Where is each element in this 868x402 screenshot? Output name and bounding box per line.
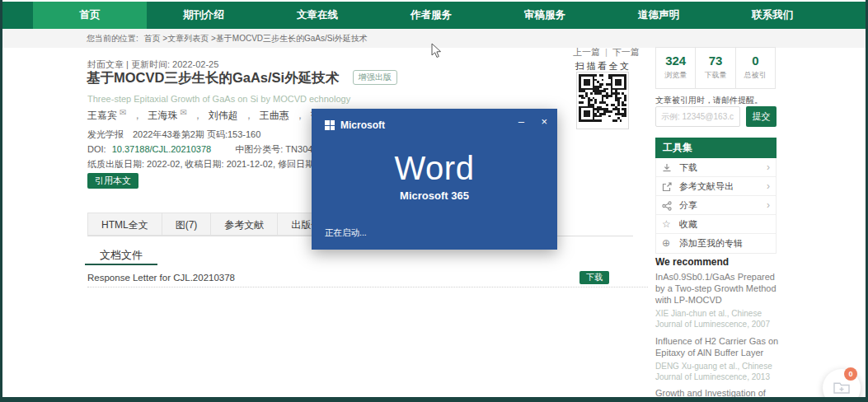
recommended-article-title[interactable]: InAs0.9Sb0.1/GaAs Prepared by a Two-step…	[655, 271, 782, 306]
citation-alert-submit-button[interactable]: 提交	[746, 106, 777, 127]
toolbox-item-reference-export[interactable]: 参考文献导出 ›	[656, 177, 776, 196]
toolbox-item-label: 参考文献导出	[679, 181, 734, 191]
qr-code-image	[579, 74, 626, 122]
author-name[interactable]: 王嘉宾	[87, 110, 117, 121]
email-icon[interactable]: ✉	[180, 108, 186, 117]
stat-views-label: 浏览量	[656, 70, 695, 81]
word-app-name: Word	[312, 150, 557, 187]
nav-item-articles-online[interactable]: 文章在线	[260, 2, 374, 29]
journal-issue-line: 发光学报 2022年43卷第2期 页码:153-160	[87, 129, 260, 141]
author-separator: ，	[193, 110, 203, 121]
close-icon[interactable]: ×	[541, 115, 547, 128]
toolbox-title: 工具集	[655, 138, 777, 158]
author-name[interactable]: 刘伟超	[209, 110, 238, 121]
documents-heading: 文档文件	[100, 248, 143, 263]
word-window-controls: – ×	[505, 114, 547, 129]
toolbox-panel: 工具集 下载 › 参考文献导出 ›	[655, 138, 777, 254]
chevron-right-icon: ›	[767, 158, 770, 177]
toolbox-item-label: 分享	[679, 200, 697, 210]
stat-citations-value: 0	[736, 54, 775, 68]
add-folder-icon	[833, 381, 850, 395]
author-name[interactable]: 王曲惠	[260, 110, 289, 121]
microsoft-brand-text: Microsoft	[340, 119, 385, 131]
browser-frame: 首页 期刊介绍 文章在线 作者服务 审稿服务 道德声明 联系我们 您当前的位置:…	[0, 0, 868, 402]
nav-item-journal-intro[interactable]: 期刊介绍	[147, 2, 260, 29]
pager-separator: |	[605, 47, 608, 57]
toolbox-item-download[interactable]: 下载 ›	[656, 158, 776, 177]
minimize-icon[interactable]: –	[518, 115, 524, 128]
nav-item-ethics-statement[interactable]: 道德声明	[602, 2, 716, 29]
microsoft-365-label: Microsoft 365	[312, 189, 557, 202]
document-download-button[interactable]: 下载	[579, 271, 609, 284]
breadcrumb: 您当前的位置: 首页 >文章列表页 >基于MOCVD三步生长的GaAs/Si外延…	[2, 29, 866, 48]
breadcrumb-label: 您当前的位置:	[87, 34, 138, 43]
toolbox-item-add-to-album[interactable]: ⊕ 添加至我的专辑	[656, 234, 776, 253]
author-separator: ，	[244, 110, 254, 121]
toolbox-item-share[interactable]: 分享 ›	[656, 196, 776, 215]
article-tabs: HTML全文 图(7) 参考文献 出版信息	[87, 213, 345, 236]
toolbox-item-label: 下载	[679, 162, 697, 172]
article-pager: 上一篇|下一篇	[573, 46, 640, 58]
recommended-article-title[interactable]: Growth and Investigation of	[655, 387, 782, 397]
export-icon	[662, 177, 672, 196]
document-file-name[interactable]: Response Letter for CJL.20210378	[87, 273, 235, 283]
microsoft-logo-icon	[325, 120, 335, 130]
breadcrumb-path[interactable]: 首页 >文章列表页 >基于MOCVD三步生长的GaAs/Si外延技术	[144, 34, 368, 43]
chevron-right-icon: ›	[767, 177, 770, 196]
main-navbar: 首页 期刊介绍 文章在线 作者服务 审稿服务 道德声明 联系我们	[2, 2, 866, 29]
stat-downloads-value: 73	[696, 54, 734, 68]
nav-item-author-services[interactable]: 作者服务	[374, 2, 488, 29]
recommended-article-title[interactable]: Influence of H2 Carrier Gas on Epitaxy o…	[655, 335, 782, 358]
article-title-english: Three-step Epitaxial Growth of GaAs on S…	[87, 94, 350, 104]
toolbox-item-favorite[interactable]: ☆ 收藏	[656, 215, 776, 234]
email-icon[interactable]: ✉	[120, 108, 126, 117]
toolbox-item-label: 添加至我的专辑	[679, 238, 743, 248]
chevron-right-icon: ›	[767, 196, 770, 215]
document-row-divider	[87, 287, 648, 287]
author-separator: ，	[295, 110, 305, 121]
microsoft-brand: Microsoft	[325, 119, 385, 131]
nav-item-home[interactable]: 首页	[33, 2, 147, 29]
we-recommend-heading: We recommend	[655, 256, 729, 268]
doi-line: DOI: 10.37188/CJL.20210378 中图分类号: TN304.…	[87, 143, 321, 156]
recommended-article: Growth and Investigation of	[655, 387, 782, 397]
stat-citations: 0 总被引	[736, 48, 775, 88]
word-starting-status: 正在启动...	[325, 227, 367, 239]
nav-item-review-services[interactable]: 审稿服务	[488, 2, 602, 29]
publication-dates-line: 纸质出版日期: 2022-02, 收稿日期: 2021-12-02, 修回日期	[87, 158, 314, 171]
album-count-badge: 0	[844, 367, 857, 381]
circle-plus-icon: ⊕	[662, 234, 670, 253]
citation-alert-text: 文章被引用时，请邮件提醒。	[655, 95, 762, 106]
article-title-row: 基于MOCVD三步生长的GaAs/Si外延技术 增强出版	[87, 69, 397, 87]
qr-code-label: 扫描看全文	[575, 60, 631, 72]
stat-views-value: 324	[656, 54, 695, 68]
enhanced-publication-badge[interactable]: 增强出版	[353, 70, 397, 85]
tab-references[interactable]: 参考文献	[211, 213, 278, 236]
tab-html-fulltext[interactable]: HTML全文	[87, 213, 162, 236]
doi-link[interactable]: 10.37188/CJL.20210378	[112, 144, 212, 154]
nav-item-contact[interactable]: 联系我们	[716, 2, 829, 29]
cite-article-button[interactable]: 引用本文	[87, 173, 138, 189]
word-splash-window: Microsoft – × Word Microsoft 365 正在启动...	[312, 109, 557, 250]
tab-figures[interactable]: 图(7)	[162, 213, 212, 236]
author-separator: ，	[132, 110, 142, 121]
clc-number: 中图分类号: TN304.2	[235, 144, 320, 154]
article-stats: 324 浏览量 73 下载量 0 总被引	[655, 47, 776, 89]
next-article-link[interactable]: 下一篇	[612, 47, 640, 57]
recommended-article-source: DENG Xu-guang et al., Chinese Journal of…	[655, 361, 782, 382]
toolbox-item-label: 收藏	[679, 219, 697, 229]
citation-alert-email-input[interactable]	[655, 106, 740, 127]
download-icon	[662, 158, 672, 177]
stat-downloads-label: 下载量	[696, 70, 734, 81]
article-title: 基于MOCVD三步生长的GaAs/Si外延技术	[87, 70, 339, 85]
recommended-article-source: XIE Jian-chun et al., Chinese Journal of…	[655, 308, 782, 330]
recommended-article: InAs0.9Sb0.1/GaAs Prepared by a Two-step…	[655, 271, 782, 330]
previous-article-link[interactable]: 上一篇	[573, 47, 600, 57]
author-list: 王嘉宾✉，王海珠✉，刘伟超，王曲惠，范杰	[87, 109, 331, 123]
qr-code	[576, 72, 629, 129]
author-name[interactable]: 王海珠	[148, 110, 177, 121]
star-icon: ☆	[662, 215, 671, 234]
documents-heading-underline	[85, 264, 157, 265]
share-icon	[662, 196, 672, 215]
recommended-article: Influence of H2 Carrier Gas on Epitaxy o…	[655, 335, 782, 382]
